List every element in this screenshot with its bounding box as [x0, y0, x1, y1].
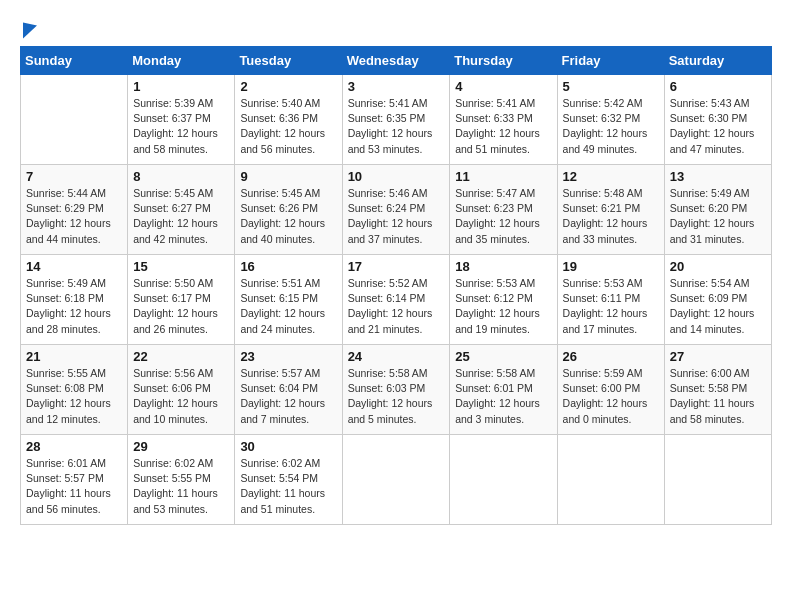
day-info: Sunrise: 5:45 AMSunset: 6:27 PMDaylight:…	[133, 186, 229, 247]
day-number: 18	[455, 259, 551, 274]
day-number: 10	[348, 169, 445, 184]
day-info: Sunrise: 5:59 AMSunset: 6:00 PMDaylight:…	[563, 366, 659, 427]
calendar-cell: 11Sunrise: 5:47 AMSunset: 6:23 PMDayligh…	[450, 165, 557, 255]
day-number: 1	[133, 79, 229, 94]
weekday-header-tuesday: Tuesday	[235, 47, 342, 75]
day-info: Sunrise: 5:48 AMSunset: 6:21 PMDaylight:…	[563, 186, 659, 247]
calendar-cell: 21Sunrise: 5:55 AMSunset: 6:08 PMDayligh…	[21, 345, 128, 435]
logo-arrow-icon	[23, 17, 37, 38]
calendar-cell: 22Sunrise: 5:56 AMSunset: 6:06 PMDayligh…	[128, 345, 235, 435]
day-number: 21	[26, 349, 122, 364]
calendar-cell: 24Sunrise: 5:58 AMSunset: 6:03 PMDayligh…	[342, 345, 450, 435]
day-number: 17	[348, 259, 445, 274]
day-number: 19	[563, 259, 659, 274]
day-info: Sunrise: 5:55 AMSunset: 6:08 PMDaylight:…	[26, 366, 122, 427]
day-info: Sunrise: 5:49 AMSunset: 6:18 PMDaylight:…	[26, 276, 122, 337]
calendar-cell: 6Sunrise: 5:43 AMSunset: 6:30 PMDaylight…	[664, 75, 771, 165]
day-number: 2	[240, 79, 336, 94]
day-info: Sunrise: 5:47 AMSunset: 6:23 PMDaylight:…	[455, 186, 551, 247]
calendar-cell: 23Sunrise: 5:57 AMSunset: 6:04 PMDayligh…	[235, 345, 342, 435]
weekday-header-row: SundayMondayTuesdayWednesdayThursdayFrid…	[21, 47, 772, 75]
calendar-cell: 28Sunrise: 6:01 AMSunset: 5:57 PMDayligh…	[21, 435, 128, 525]
calendar-cell	[664, 435, 771, 525]
week-row-4: 21Sunrise: 5:55 AMSunset: 6:08 PMDayligh…	[21, 345, 772, 435]
day-info: Sunrise: 5:42 AMSunset: 6:32 PMDaylight:…	[563, 96, 659, 157]
calendar-table: SundayMondayTuesdayWednesdayThursdayFrid…	[20, 46, 772, 525]
calendar-cell	[342, 435, 450, 525]
day-number: 26	[563, 349, 659, 364]
calendar-cell: 1Sunrise: 5:39 AMSunset: 6:37 PMDaylight…	[128, 75, 235, 165]
calendar-cell: 2Sunrise: 5:40 AMSunset: 6:36 PMDaylight…	[235, 75, 342, 165]
day-number: 20	[670, 259, 766, 274]
day-info: Sunrise: 5:41 AMSunset: 6:35 PMDaylight:…	[348, 96, 445, 157]
day-info: Sunrise: 5:40 AMSunset: 6:36 PMDaylight:…	[240, 96, 336, 157]
calendar-cell: 20Sunrise: 5:54 AMSunset: 6:09 PMDayligh…	[664, 255, 771, 345]
day-number: 24	[348, 349, 445, 364]
weekday-header-monday: Monday	[128, 47, 235, 75]
day-info: Sunrise: 6:00 AMSunset: 5:58 PMDaylight:…	[670, 366, 766, 427]
day-info: Sunrise: 5:43 AMSunset: 6:30 PMDaylight:…	[670, 96, 766, 157]
calendar-cell: 15Sunrise: 5:50 AMSunset: 6:17 PMDayligh…	[128, 255, 235, 345]
weekday-header-sunday: Sunday	[21, 47, 128, 75]
day-info: Sunrise: 5:56 AMSunset: 6:06 PMDaylight:…	[133, 366, 229, 427]
day-number: 8	[133, 169, 229, 184]
day-info: Sunrise: 5:54 AMSunset: 6:09 PMDaylight:…	[670, 276, 766, 337]
day-info: Sunrise: 5:46 AMSunset: 6:24 PMDaylight:…	[348, 186, 445, 247]
calendar-cell: 16Sunrise: 5:51 AMSunset: 6:15 PMDayligh…	[235, 255, 342, 345]
week-row-1: 1Sunrise: 5:39 AMSunset: 6:37 PMDaylight…	[21, 75, 772, 165]
calendar-cell	[21, 75, 128, 165]
calendar-cell: 26Sunrise: 5:59 AMSunset: 6:00 PMDayligh…	[557, 345, 664, 435]
day-info: Sunrise: 5:45 AMSunset: 6:26 PMDaylight:…	[240, 186, 336, 247]
day-info: Sunrise: 5:49 AMSunset: 6:20 PMDaylight:…	[670, 186, 766, 247]
day-number: 4	[455, 79, 551, 94]
day-info: Sunrise: 5:51 AMSunset: 6:15 PMDaylight:…	[240, 276, 336, 337]
day-number: 15	[133, 259, 229, 274]
day-info: Sunrise: 5:41 AMSunset: 6:33 PMDaylight:…	[455, 96, 551, 157]
day-info: Sunrise: 5:57 AMSunset: 6:04 PMDaylight:…	[240, 366, 336, 427]
calendar-cell: 14Sunrise: 5:49 AMSunset: 6:18 PMDayligh…	[21, 255, 128, 345]
calendar-cell: 29Sunrise: 6:02 AMSunset: 5:55 PMDayligh…	[128, 435, 235, 525]
day-number: 22	[133, 349, 229, 364]
day-info: Sunrise: 5:53 AMSunset: 6:11 PMDaylight:…	[563, 276, 659, 337]
calendar-cell: 17Sunrise: 5:52 AMSunset: 6:14 PMDayligh…	[342, 255, 450, 345]
day-number: 3	[348, 79, 445, 94]
day-info: Sunrise: 6:02 AMSunset: 5:54 PMDaylight:…	[240, 456, 336, 517]
calendar-cell: 30Sunrise: 6:02 AMSunset: 5:54 PMDayligh…	[235, 435, 342, 525]
day-number: 11	[455, 169, 551, 184]
day-info: Sunrise: 5:58 AMSunset: 6:01 PMDaylight:…	[455, 366, 551, 427]
calendar-cell: 5Sunrise: 5:42 AMSunset: 6:32 PMDaylight…	[557, 75, 664, 165]
day-info: Sunrise: 6:02 AMSunset: 5:55 PMDaylight:…	[133, 456, 229, 517]
week-row-3: 14Sunrise: 5:49 AMSunset: 6:18 PMDayligh…	[21, 255, 772, 345]
day-number: 9	[240, 169, 336, 184]
week-row-2: 7Sunrise: 5:44 AMSunset: 6:29 PMDaylight…	[21, 165, 772, 255]
calendar-cell: 19Sunrise: 5:53 AMSunset: 6:11 PMDayligh…	[557, 255, 664, 345]
calendar-cell: 10Sunrise: 5:46 AMSunset: 6:24 PMDayligh…	[342, 165, 450, 255]
calendar-cell: 27Sunrise: 6:00 AMSunset: 5:58 PMDayligh…	[664, 345, 771, 435]
calendar-cell: 8Sunrise: 5:45 AMSunset: 6:27 PMDaylight…	[128, 165, 235, 255]
day-number: 23	[240, 349, 336, 364]
day-info: Sunrise: 5:44 AMSunset: 6:29 PMDaylight:…	[26, 186, 122, 247]
calendar-cell: 13Sunrise: 5:49 AMSunset: 6:20 PMDayligh…	[664, 165, 771, 255]
day-number: 16	[240, 259, 336, 274]
calendar-cell: 18Sunrise: 5:53 AMSunset: 6:12 PMDayligh…	[450, 255, 557, 345]
calendar-cell: 3Sunrise: 5:41 AMSunset: 6:35 PMDaylight…	[342, 75, 450, 165]
day-info: Sunrise: 5:50 AMSunset: 6:17 PMDaylight:…	[133, 276, 229, 337]
calendar-cell	[557, 435, 664, 525]
day-number: 6	[670, 79, 766, 94]
day-info: Sunrise: 5:58 AMSunset: 6:03 PMDaylight:…	[348, 366, 445, 427]
day-number: 12	[563, 169, 659, 184]
day-number: 7	[26, 169, 122, 184]
calendar-cell: 4Sunrise: 5:41 AMSunset: 6:33 PMDaylight…	[450, 75, 557, 165]
day-number: 13	[670, 169, 766, 184]
day-number: 25	[455, 349, 551, 364]
week-row-5: 28Sunrise: 6:01 AMSunset: 5:57 PMDayligh…	[21, 435, 772, 525]
weekday-header-thursday: Thursday	[450, 47, 557, 75]
calendar-cell: 12Sunrise: 5:48 AMSunset: 6:21 PMDayligh…	[557, 165, 664, 255]
calendar-cell: 7Sunrise: 5:44 AMSunset: 6:29 PMDaylight…	[21, 165, 128, 255]
weekday-header-wednesday: Wednesday	[342, 47, 450, 75]
day-number: 14	[26, 259, 122, 274]
day-number: 5	[563, 79, 659, 94]
day-info: Sunrise: 6:01 AMSunset: 5:57 PMDaylight:…	[26, 456, 122, 517]
day-number: 30	[240, 439, 336, 454]
day-number: 28	[26, 439, 122, 454]
